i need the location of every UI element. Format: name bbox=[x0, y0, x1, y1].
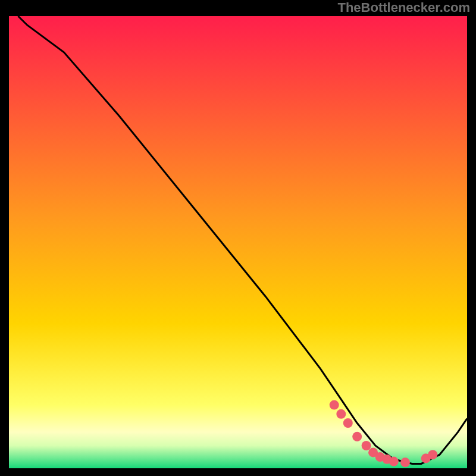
attribution-text: TheBottlenecker.com bbox=[337, 0, 470, 15]
marker-point bbox=[336, 409, 346, 419]
marker-point bbox=[343, 418, 353, 428]
chart-svg bbox=[0, 0, 476, 476]
marker-point bbox=[389, 457, 399, 466]
plot-background bbox=[9, 16, 467, 468]
chart-root: TheBottlenecker.com bbox=[0, 0, 476, 476]
marker-point bbox=[330, 400, 339, 410]
marker-point bbox=[352, 432, 362, 441]
marker-point bbox=[362, 441, 371, 450]
marker-point bbox=[428, 450, 437, 459]
marker-point bbox=[400, 458, 410, 467]
